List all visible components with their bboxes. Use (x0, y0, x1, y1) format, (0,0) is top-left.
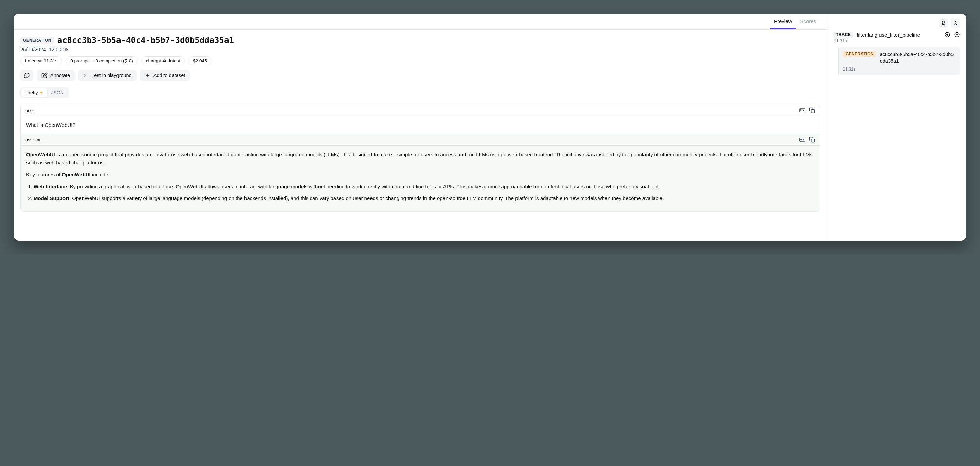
svg-rect-6 (811, 139, 815, 143)
copy-icon[interactable] (809, 107, 815, 113)
app-window: Preview Scores GENERATION ac8cc3b3-5b5a-… (14, 14, 966, 241)
content-scroll[interactable]: GENERATION ac8cc3b3-5b5a-40c4-b5b7-3d0b5… (14, 30, 827, 241)
meta-chips: Latency: 11.31s 0 prompt → 0 completion … (21, 56, 820, 65)
chevrons-collapse-icon (953, 21, 958, 26)
title-row: GENERATION ac8cc3b3-5b5a-40c4-b5b7-3d0b5… (21, 36, 820, 45)
timestamp: 26/09/2024, 12:00:08 (21, 46, 820, 52)
assistant-role-label: assistant (25, 137, 43, 143)
trace-badge: TRACE (833, 32, 853, 38)
generation-tree-item: GENERATION ac8cc3b3-5b5a-40c4-b5b7-3d0b5… (838, 48, 960, 75)
trace-name: filter:langfuse_filter_pipeline (857, 32, 940, 38)
generation-latency: 11.31s (843, 67, 956, 71)
feature-item-2: Model Support: OpenWebUI supports a vari… (33, 194, 814, 202)
svg-point-7 (942, 21, 945, 24)
cost-chip: $2.045 (188, 56, 212, 65)
user-msg-tools (799, 107, 815, 113)
trace-action-icons (944, 31, 960, 38)
generation-type-badge: GENERATION (21, 37, 54, 44)
latency-chip: Latency: 11.31s (21, 56, 62, 65)
collapse-button[interactable] (951, 18, 960, 28)
add-dataset-button[interactable]: Add to dataset (140, 70, 190, 81)
messages-container: user What is OpenWebUI? assistant (21, 104, 820, 212)
edit-icon (41, 72, 48, 78)
user-role-label: user (25, 108, 34, 113)
annotate-button[interactable]: Annotate (37, 70, 75, 81)
user-message-header: user (21, 105, 820, 116)
ribbon-icon (940, 21, 946, 26)
generation-box[interactable]: GENERATION ac8cc3b3-5b5a-40c4-b5b7-3d0b5… (839, 48, 960, 75)
markdown-icon[interactable] (799, 137, 805, 143)
item2-bold: Model Support (33, 195, 69, 201)
assistant-intro-bold: OpenWebUI (26, 152, 55, 157)
pretty-label: Pretty (25, 90, 38, 95)
actions-row: Annotate Test in playground Add to datas… (21, 70, 820, 81)
annotate-label: Annotate (50, 73, 70, 78)
remove-trace-button[interactable] (953, 31, 960, 38)
pretty-toggle[interactable]: Pretty ✦ (21, 88, 47, 97)
features-post: include: (91, 171, 110, 178)
generation-id: ac8cc3b3-5b5a-40c4-b5b7-3d0b5dda35a1 (57, 36, 234, 45)
playground-label: Test in playground (92, 73, 132, 78)
plus-circle-icon (944, 32, 950, 38)
side-top-icons (833, 18, 960, 28)
json-toggle[interactable]: JSON (47, 88, 68, 97)
assistant-message-header: assistant (21, 134, 820, 146)
features-bold: OpenWebUI (62, 171, 91, 178)
main-panel: Preview Scores GENERATION ac8cc3b3-5b5a-… (14, 14, 827, 241)
copy-icon[interactable] (809, 137, 815, 143)
user-message-text: What is OpenWebUI? (26, 122, 75, 128)
generation-badge: GENERATION (843, 51, 877, 57)
svg-rect-4 (811, 109, 815, 113)
tab-scores[interactable]: Scores (796, 14, 820, 29)
model-chip: chatgpt-4o-latest (141, 56, 185, 65)
sparkle-icon: ✦ (40, 90, 43, 95)
comment-button[interactable] (21, 70, 33, 81)
add-trace-button[interactable] (944, 31, 951, 38)
user-message-body: What is OpenWebUI? (21, 116, 820, 134)
tab-preview[interactable]: Preview (770, 14, 796, 29)
assistant-intro-text: is an open-source project that provides … (26, 152, 814, 165)
tokens-chip: 0 prompt → 0 completion (∑ 0) (65, 56, 137, 65)
item2-text: : OpenWebUI supports a variety of large … (69, 195, 664, 201)
minus-circle-icon (954, 32, 960, 38)
assistant-msg-tools (799, 137, 815, 143)
speech-bubble-icon (24, 72, 30, 78)
view-toggle: Pretty ✦ JSON (21, 87, 69, 98)
bookmark-button[interactable] (939, 18, 948, 28)
playground-button[interactable]: Test in playground (78, 70, 137, 81)
plus-icon (145, 72, 151, 78)
terminal-icon (83, 72, 89, 78)
generation-row: GENERATION ac8cc3b3-5b5a-40c4-b5b7-3d0b5… (843, 51, 956, 65)
features-pre: Key features of (26, 171, 62, 178)
trace-latency: 11.31s (834, 39, 960, 43)
features-list: Web Interface: By providing a graphical,… (26, 182, 814, 203)
add-dataset-label: Add to dataset (153, 73, 185, 78)
side-panel: TRACE filter:langfuse_filter_pipeline 11… (827, 14, 966, 241)
assistant-message-body: OpenWebUI is an open-source project that… (21, 146, 820, 211)
tabs-bar: Preview Scores (14, 14, 827, 30)
markdown-icon[interactable] (799, 107, 805, 113)
trace-row[interactable]: TRACE filter:langfuse_filter_pipeline (833, 31, 960, 38)
generation-tree-id: ac8cc3b3-5b5a-40c4-b5b7-3d0b5dda35a1 (880, 51, 956, 65)
feature-item-1: Web Interface: By providing a graphical,… (33, 182, 814, 190)
item1-text: : By providing a graphical, web-based in… (67, 184, 660, 189)
item1-bold: Web Interface (33, 184, 67, 189)
